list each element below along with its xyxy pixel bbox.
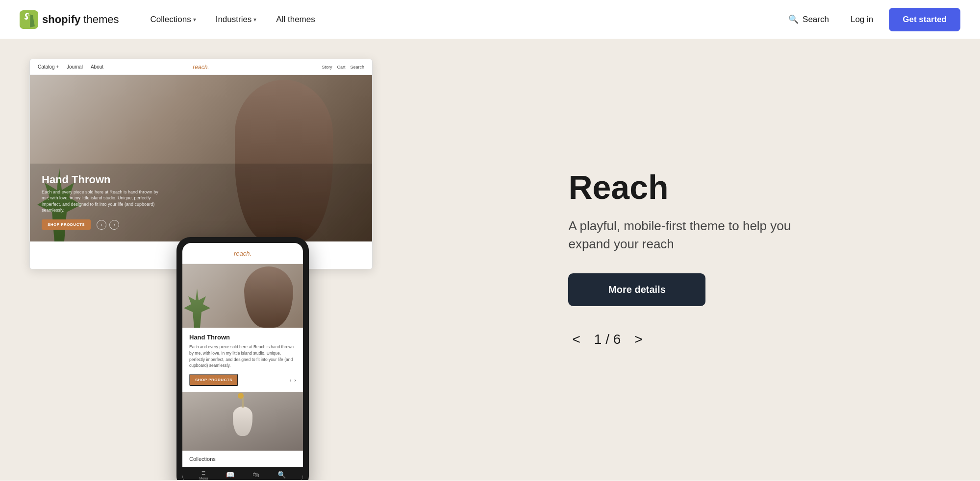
mock-nav-journal: Journal	[67, 64, 83, 70]
mobile-bag-icon: 🛍	[252, 471, 259, 480]
login-button[interactable]: Log in	[843, 11, 881, 28]
theme-description: A playful, mobile-first theme to help yo…	[568, 217, 823, 254]
mobile-content: Hand Thrown Each and every piece sold he…	[182, 328, 303, 392]
mobile-shop-btn[interactable]: SHOP PRODUCTS	[189, 374, 238, 386]
mobile-nav-arrows: ‹ ›	[290, 377, 296, 383]
mock-nav-arrows: ‹ ›	[97, 220, 119, 230]
mock-next-arrow[interactable]: ›	[109, 220, 119, 230]
mobile-bottom-bar: ☰ Menu 📖 🛍 🔍	[182, 467, 303, 480]
mobile-menu-icon: ☰ Menu	[200, 471, 208, 480]
mock-nav-bar: Catalog + Journal About reach. Story Car…	[30, 59, 372, 75]
nav-industries[interactable]: Industries ▾	[208, 11, 265, 28]
nav-all-themes[interactable]: All themes	[268, 11, 323, 28]
mock-prev-arrow[interactable]: ‹	[97, 220, 106, 230]
theme-pagination: < 1 / 6 >	[568, 330, 941, 349]
mobile-content-desc: Each and every piece sold here at Reach …	[189, 344, 296, 369]
main-nav: Collections ▾ Industries ▾ All themes	[143, 11, 783, 28]
nav-collections[interactable]: Collections ▾	[143, 11, 204, 28]
search-icon: 🔍	[788, 14, 799, 24]
header-right: 🔍 Search Log in Get started	[782, 8, 960, 31]
logo-link[interactable]: shopify themes	[20, 10, 119, 29]
mobile-hero-image	[182, 264, 303, 328]
mobile-book-icon: 📖	[226, 471, 234, 480]
mobile-content-title: Hand Thrown	[189, 334, 296, 341]
mock-desktop-logo: reach.	[193, 64, 209, 71]
mock-hero-title: Hand Thrown	[42, 173, 360, 186]
mobile-logo-bar: reach.	[182, 243, 303, 264]
mock-hero-overlay: Hand Thrown Each and every piece sold he…	[30, 164, 372, 241]
theme-preview-area: Catalog + Journal About reach. Story Car…	[0, 39, 539, 480]
mobile-mock: reach. Hand Thrown Each and every piece …	[176, 237, 309, 480]
mock-shop-btn[interactable]: SHOP PRODUCTS	[42, 219, 91, 230]
mobile-product-image	[182, 392, 303, 451]
mock-nav-about: About	[91, 64, 103, 70]
mock-flower	[238, 393, 244, 399]
mobile-prev-arrow[interactable]: ‹	[290, 377, 292, 383]
industries-chevron-icon: ▾	[253, 16, 256, 23]
mock-hero-desc: Each and every piece sold here at Reach …	[42, 189, 159, 214]
mobile-search-icon: 🔍	[277, 471, 286, 480]
mock-story-link: Story	[322, 65, 332, 70]
mobile-btn-row: SHOP PRODUCTS ‹ ›	[189, 374, 296, 386]
hero-info: Reach A playful, mobile-first theme to h…	[539, 39, 980, 480]
mock-nav-right: Story Cart Search	[322, 65, 364, 70]
pagination-current: 1 / 6	[594, 332, 621, 347]
pagination-prev-button[interactable]: <	[568, 330, 584, 349]
hero-section: Catalog + Journal About reach. Story Car…	[0, 39, 980, 480]
logo-text: shopify themes	[42, 13, 119, 26]
mobile-logo-text: reach.	[234, 250, 251, 257]
more-details-button[interactable]: More details	[568, 273, 705, 306]
mock-cart-link: Cart	[337, 65, 345, 70]
theme-title: Reach	[568, 170, 941, 205]
mock-vase	[233, 407, 252, 436]
mock-hero-image: Hand Thrown Each and every piece sold he…	[30, 75, 372, 241]
mock-search-link: Search	[350, 65, 364, 70]
header: shopify themes Collections ▾ Industries …	[0, 0, 980, 39]
shopify-logo-icon	[20, 10, 38, 29]
mobile-person-figure	[244, 266, 293, 328]
svg-rect-0	[20, 10, 38, 29]
mock-nav-catalog: Catalog +	[38, 64, 59, 70]
mobile-screen: reach. Hand Thrown Each and every piece …	[182, 243, 303, 480]
pagination-next-button[interactable]: >	[630, 330, 646, 349]
mobile-collections-bar: Collections	[182, 451, 303, 467]
search-button[interactable]: 🔍 Search	[782, 10, 835, 28]
collections-chevron-icon: ▾	[193, 16, 196, 23]
mobile-next-arrow[interactable]: ›	[294, 377, 296, 383]
get-started-button[interactable]: Get started	[889, 8, 960, 31]
